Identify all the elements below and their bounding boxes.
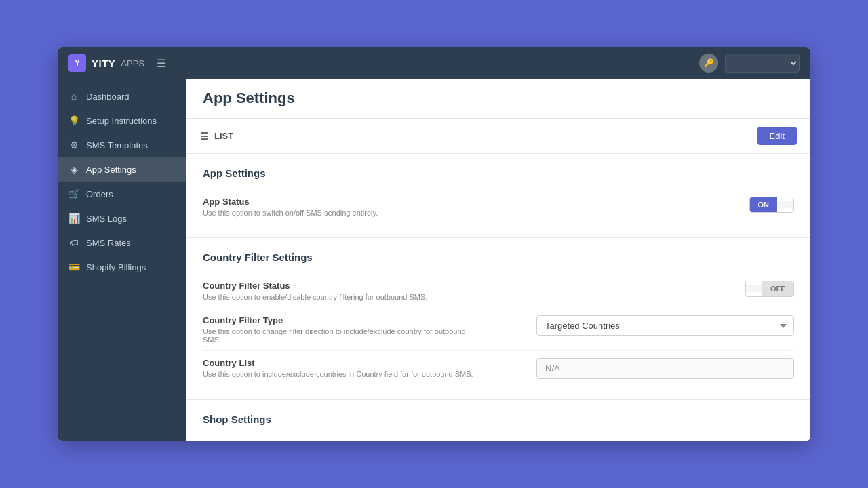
filter-status-label: Country Filter Status — [203, 281, 474, 291]
country-list-row: Country List Use this option to include/… — [203, 351, 794, 386]
templates-icon: ⚙ — [68, 140, 79, 150]
sidebar-label-orders: Orders — [86, 189, 113, 199]
app-settings-title: App Settings — [203, 167, 794, 179]
nav-right: 🔑 — [699, 54, 800, 73]
filter-type-label-group: Country Filter Type Use this option to c… — [203, 315, 474, 344]
filter-status-control: OFF — [474, 281, 794, 297]
country-filter-card: Country Filter Settings Country Filter S… — [186, 238, 810, 400]
app-status-desc: Use this option to switch on/off SMS sen… — [203, 209, 474, 217]
toggle-off-side — [777, 201, 793, 208]
filter-type-desc: Use this option to change filter directi… — [203, 327, 474, 344]
page-header: App Settings — [186, 79, 810, 119]
sidebar: ⌂ Dashboard 💡 Setup Instructions ⚙ SMS T… — [58, 79, 186, 441]
shop-row: Shop Name This option will be used in SM… — [203, 436, 794, 441]
sidebar-label-setup: Setup Instructions — [86, 116, 157, 126]
filter-status-toggle[interactable]: OFF — [745, 281, 794, 297]
list-label: ☰ LIST — [200, 131, 233, 142]
sidebar-item-sms-rates[interactable]: 🏷 SMS Rates — [58, 230, 186, 255]
country-list-control — [474, 358, 794, 379]
logo-icon: Y — [68, 54, 86, 72]
sidebar-item-dashboard[interactable]: ⌂ Dashboard — [58, 84, 186, 108]
filter-type-control: Targeted Countries Excluded Countries — [474, 315, 794, 336]
filter-type-label: Country Filter Type — [203, 315, 474, 325]
dashboard-icon: ⌂ — [68, 91, 79, 102]
store-selector[interactable] — [725, 54, 800, 73]
list-bar: ☰ LIST Edit — [186, 119, 810, 154]
filter-type-row: Country Filter Type Use this option to c… — [203, 308, 794, 351]
app-status-label: App Status — [203, 197, 474, 207]
toggle-on-placeholder — [746, 285, 762, 292]
app-status-label-group: App Status Use this option to switch on/… — [203, 197, 474, 217]
sidebar-label-dashboard: Dashboard — [86, 92, 130, 102]
sidebar-label-appsettings: App Settings — [86, 165, 136, 175]
sidebar-label-billings: Shopify Billings — [86, 262, 146, 272]
country-list-label: Country List — [203, 358, 474, 368]
country-list-label-group: Country List Use this option to include/… — [203, 358, 474, 378]
app-settings-card: App Settings App Status Use this option … — [186, 154, 810, 238]
filter-status-label-group: Country Filter Status Use this option to… — [203, 281, 474, 301]
billings-icon: 💳 — [68, 262, 79, 272]
smslogs-icon: 📊 — [68, 213, 79, 224]
sidebar-label-smslogs: SMS Logs — [86, 214, 127, 224]
smsrates-icon: 🏷 — [68, 237, 79, 248]
filter-status-desc: Use this option to enable/disable countr… — [203, 293, 474, 301]
logo-area: Y YITY APPS ☰ — [68, 54, 166, 72]
sidebar-label-templates: SMS Templates — [86, 140, 148, 150]
filter-status-row: Country Filter Status Use this option to… — [203, 274, 794, 308]
orders-icon: 🛒 — [68, 188, 79, 199]
shop-settings-card: Shop Settings Shop Name This option will… — [186, 400, 810, 441]
setup-icon: 💡 — [68, 115, 79, 126]
sidebar-item-sms-logs[interactable]: 📊 SMS Logs — [58, 206, 186, 230]
appsettings-icon: ◈ — [68, 164, 79, 175]
toggle-on-label: ON — [750, 197, 778, 212]
filter-status-off-label: OFF — [762, 281, 793, 296]
country-filter-title: Country Filter Settings — [203, 251, 794, 263]
app-status-toggle[interactable]: ON — [749, 197, 795, 213]
logo-apps: APPS — [121, 58, 144, 68]
sidebar-label-smsrates: SMS Rates — [86, 238, 131, 248]
shop-settings-title: Shop Settings — [203, 413, 794, 425]
content-inner: ☰ LIST Edit App Settings App Status Use … — [186, 119, 810, 441]
filter-type-select[interactable]: Targeted Countries Excluded Countries — [536, 315, 794, 336]
country-list-input[interactable] — [536, 358, 794, 379]
list-text: LIST — [214, 131, 233, 141]
app-status-control: ON — [474, 197, 794, 213]
sidebar-item-setup-instructions[interactable]: 💡 Setup Instructions — [58, 108, 186, 133]
sidebar-item-app-settings[interactable]: ◈ App Settings — [58, 157, 186, 182]
country-list-desc: Use this option to include/exclude count… — [203, 370, 474, 378]
app-status-row: App Status Use this option to switch on/… — [203, 190, 794, 224]
top-navbar: Y YITY APPS ☰ 🔑 — [58, 47, 810, 79]
sidebar-item-shopify-billings[interactable]: 💳 Shopify Billings — [58, 255, 186, 279]
sidebar-item-orders[interactable]: 🛒 Orders — [58, 182, 186, 206]
edit-button[interactable]: Edit — [757, 127, 797, 145]
avatar: 🔑 — [699, 54, 718, 73]
logo-name: YITY — [92, 58, 115, 69]
main-layout: ⌂ Dashboard 💡 Setup Instructions ⚙ SMS T… — [58, 79, 810, 441]
list-icon: ☰ — [200, 131, 209, 142]
page-title: App Settings — [203, 89, 794, 107]
content-area: App Settings ☰ LIST Edit App Settings — [186, 79, 810, 441]
hamburger-icon[interactable]: ☰ — [157, 57, 166, 70]
sidebar-item-sms-templates[interactable]: ⚙ SMS Templates — [58, 133, 186, 157]
